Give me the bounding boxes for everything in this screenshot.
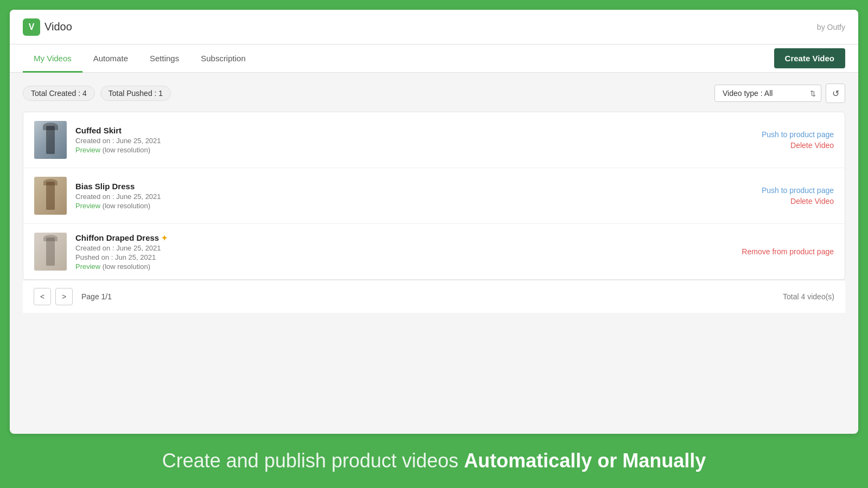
outer-wrapper: V Vidoo by Outfy My Videos Automate Sett…	[0, 0, 868, 488]
sparkle-icon: ✦	[161, 234, 168, 242]
video-actions: Push to product page Delete Video	[762, 186, 834, 206]
video-title: Chiffon Draped Dress ✦	[75, 233, 168, 242]
tab-settings[interactable]: Settings	[139, 45, 190, 73]
nav-bar: My Videos Automate Settings Subscription…	[10, 44, 858, 73]
bottom-banner: Create and publish product videos Automa…	[0, 434, 868, 488]
video-created-on: Created on : June 25, 2021	[75, 137, 161, 145]
nav-tabs: My Videos Automate Settings Subscription	[23, 44, 257, 72]
pagination-controls: < > Page 1/1	[34, 288, 112, 305]
push-to-product-page-link[interactable]: Push to product page	[762, 186, 834, 195]
video-left: Bias Slip Dress Created on : June 25, 20…	[34, 177, 161, 215]
video-title: Bias Slip Dress	[75, 182, 161, 191]
video-thumbnail	[34, 121, 67, 159]
filter-area: Video type : All Video type : Pushed Vid…	[714, 84, 845, 103]
logo-name: Vidoo	[44, 21, 72, 33]
delete-video-link[interactable]: Delete Video	[790, 197, 834, 206]
app-container: V Vidoo by Outfy My Videos Automate Sett…	[10, 10, 858, 434]
banner-bold-text: Automatically or Manually	[464, 450, 706, 472]
by-outfy: by Outfy	[817, 23, 845, 31]
video-actions: Push to product page Delete Video	[762, 130, 834, 150]
video-preview-link[interactable]: Preview (low resolution)	[75, 146, 161, 154]
video-type-select[interactable]: Video type : All Video type : Pushed Vid…	[714, 85, 821, 102]
pagination-bar: < > Page 1/1 Total 4 video(s)	[23, 280, 845, 313]
video-row: Chiffon Draped Dress ✦ Created on : June…	[23, 224, 845, 279]
prev-page-button[interactable]: <	[34, 288, 51, 305]
video-row: Bias Slip Dress Created on : June 25, 20…	[23, 168, 845, 224]
page-info: Page 1/1	[81, 292, 112, 301]
video-left: Chiffon Draped Dress ✦ Created on : June…	[34, 233, 168, 271]
video-preview-link[interactable]: Preview (low resolution)	[75, 262, 168, 271]
video-left: Cuffed Skirt Created on : June 25, 2021 …	[34, 121, 161, 159]
logo-icon: V	[23, 18, 40, 36]
stats-filter-bar: Total Created : 4 Total Pushed : 1 Video…	[23, 84, 845, 103]
video-preview-link[interactable]: Preview (low resolution)	[75, 202, 161, 210]
delete-video-link[interactable]: Delete Video	[790, 141, 834, 150]
next-page-button[interactable]: >	[55, 288, 73, 305]
banner-text: Create and publish product videos Automa…	[162, 450, 706, 472]
video-actions: Remove from product page	[742, 247, 834, 256]
video-info: Bias Slip Dress Created on : June 25, 20…	[75, 182, 161, 210]
total-videos-count: Total 4 video(s)	[783, 292, 834, 301]
video-info: Chiffon Draped Dress ✦ Created on : June…	[75, 233, 168, 271]
tab-automate[interactable]: Automate	[82, 45, 139, 73]
videos-list: Cuffed Skirt Created on : June 25, 2021 …	[23, 112, 845, 280]
push-to-product-page-link[interactable]: Push to product page	[762, 130, 834, 139]
logo-area: V Vidoo	[23, 18, 72, 36]
banner-regular-text: Create and publish product videos	[162, 450, 464, 472]
video-title: Cuffed Skirt	[75, 126, 161, 135]
main-content: Total Created : 4 Total Pushed : 1 Video…	[10, 73, 858, 434]
stats-area: Total Created : 4 Total Pushed : 1	[23, 86, 171, 101]
video-thumbnail	[34, 177, 67, 215]
refresh-button[interactable]: ↺	[826, 84, 845, 103]
video-created-on: Created on : June 25, 2021	[75, 192, 161, 201]
video-created-on: Created on : June 25, 2021	[75, 244, 168, 252]
total-created-badge: Total Created : 4	[23, 86, 95, 101]
video-type-select-wrapper: Video type : All Video type : Pushed Vid…	[714, 85, 821, 102]
video-info: Cuffed Skirt Created on : June 25, 2021 …	[75, 126, 161, 154]
video-thumbnail	[34, 233, 67, 271]
video-pushed-on: Pushed on : Jun 25, 2021	[75, 253, 168, 261]
tab-subscription[interactable]: Subscription	[190, 45, 257, 73]
app-header: V Vidoo by Outfy	[10, 10, 858, 44]
remove-from-product-page-link[interactable]: Remove from product page	[742, 247, 834, 256]
video-row: Cuffed Skirt Created on : June 25, 2021 …	[23, 112, 845, 168]
total-pushed-badge: Total Pushed : 1	[100, 86, 171, 101]
create-video-button[interactable]: Create Video	[774, 48, 845, 68]
tab-my-videos[interactable]: My Videos	[23, 45, 82, 73]
